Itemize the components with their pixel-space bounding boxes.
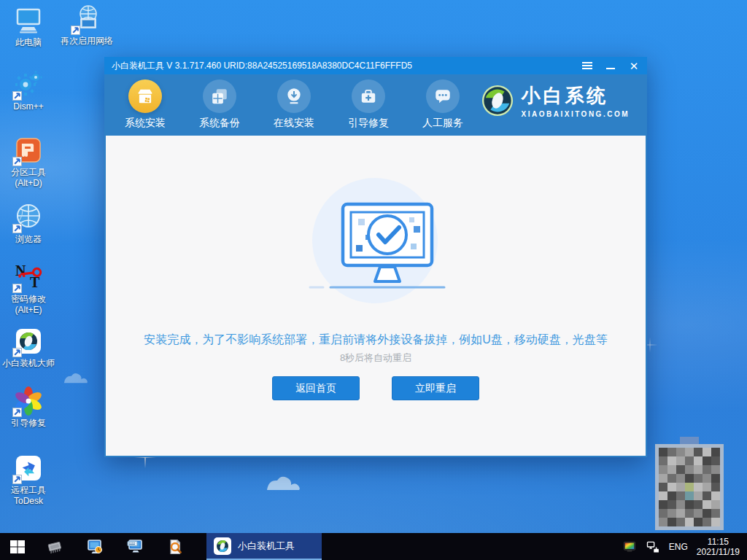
display-color-icon[interactable] (622, 540, 637, 554)
taskbar-active-app[interactable]: 小白装机工具 (206, 533, 322, 560)
toolbox-icon (352, 79, 385, 113)
window-content: 安装完成，为了不影响系统部署，重启前请将外接设备拔掉，例如U盘，移动硬盘，光盘等… (106, 136, 646, 456)
menu-icon[interactable] (581, 60, 593, 71)
this-pc-icon (14, 6, 43, 35)
start-icon (9, 538, 26, 556)
minimize-icon[interactable] (605, 60, 616, 71)
nav-item-label: 系统备份 (199, 117, 240, 130)
download-icon (277, 79, 311, 113)
restart-countdown: 8秒后将自动重启 (106, 351, 646, 365)
desktop-icon-label: 分区工具 (3, 167, 54, 178)
window-title: 小白装机工具 V 3.1.717.460 URID:88A24525169518… (112, 60, 412, 72)
desktop-icon-label: 再次启用网络 (58, 36, 115, 47)
start-button[interactable] (0, 533, 34, 560)
xiaobai-logo-icon (214, 537, 231, 555)
blurred-qr-code (655, 437, 724, 530)
desktop: 此电脑 再次启用网络 (0, 0, 747, 560)
small-cloud (261, 472, 308, 493)
desktop-icon-label: 引导修复 (3, 418, 54, 429)
partition-tool-icon (14, 136, 43, 165)
desktop-icon-todesk[interactable]: 远程工具 ToDesk (3, 454, 54, 507)
desktop-icon-dism[interactable]: Dism++ (3, 70, 54, 112)
nav-item-label: 系统安装 (125, 117, 166, 130)
nav-item-support[interactable]: 人工服务 (406, 79, 479, 130)
desktop-icon-partition-tool[interactable]: 分区工具 (Alt+D) (3, 136, 54, 189)
brand: 小白系统 XIAOBAIXITONG.COM (481, 83, 630, 118)
nav-item-system-backup[interactable]: 系统备份 (183, 79, 256, 130)
language-indicator[interactable]: ENG (669, 542, 688, 552)
app-window: 小白装机工具 V 3.1.717.460 URID:88A24525169518… (104, 57, 647, 457)
clock-time: 11:15 (697, 537, 740, 547)
keyboard-monitor-icon (126, 538, 144, 556)
taskbar-item-search-tool[interactable] (155, 533, 195, 560)
desktop-icon-label2: ToDesk (3, 496, 54, 507)
taskbar-item-system-clock-tool[interactable] (74, 533, 115, 560)
nt-key-icon: N T (14, 262, 43, 292)
brand-name: 小白系统 (522, 83, 630, 109)
nav-item-label: 引导修复 (348, 117, 389, 130)
desktop-icon-boot-repair[interactable]: 引导修复 (3, 386, 54, 429)
window-titlebar[interactable]: 小白装机工具 V 3.1.717.460 URID:88A24525169518… (104, 57, 647, 74)
desktop-icon-this-pc[interactable]: 此电脑 (3, 6, 54, 48)
taskbar-app-label: 小白装机工具 (238, 540, 295, 553)
clock[interactable]: 11:15 2021/11/19 (697, 537, 740, 557)
nav-item-system-install[interactable]: 系统安装 (109, 79, 182, 130)
desktop-icon-label: 密码修改 (3, 294, 54, 305)
system-tray: ENG 11:15 2021/11/19 (622, 533, 747, 560)
install-box-icon (128, 79, 162, 113)
backup-windows-icon (203, 79, 236, 113)
desktop-icon-label: 小白装机大师 (0, 358, 57, 369)
shortcut-arrow-icon (12, 284, 22, 293)
desktop-icon-label: 浏览器 (3, 234, 54, 245)
nav-item-label: 在线安装 (274, 117, 314, 130)
nav-item-online-install[interactable]: 在线安装 (258, 79, 330, 130)
desktop-icon-label: 远程工具 (3, 485, 54, 496)
desktop-icon-xiaobai-master[interactable]: 小白装机大师 (0, 327, 57, 369)
shortcut-arrow-icon (12, 475, 22, 484)
nav-band: 系统安装 系统备份 在线安装 引导修复 (104, 74, 647, 136)
shortcut-arrow-icon (12, 91, 22, 101)
restart-now-button[interactable]: 立即重启 (392, 376, 479, 400)
taskbar-item-osk[interactable] (115, 533, 155, 560)
system-clock-icon (86, 538, 104, 556)
search-doc-icon (166, 538, 184, 556)
pinwheel-icon (14, 386, 43, 416)
completion-message: 安装完成，为了不影响系统部署，重启前请将外接设备拔掉，例如U盘，移动硬盘，光盘等 (106, 332, 646, 348)
shortcut-arrow-icon (71, 26, 80, 35)
xiaobai-logo-icon (14, 327, 43, 356)
xiaobai-logo-icon (481, 84, 514, 117)
chat-dots-icon (426, 79, 460, 113)
desktop-icon-label2: (Alt+E) (3, 305, 54, 316)
gears-icon (14, 70, 43, 99)
todesk-icon (14, 454, 43, 483)
network-icon[interactable] (646, 540, 660, 554)
nav-item-label: 人工服务 (422, 117, 463, 130)
shortcut-arrow-icon (12, 224, 22, 233)
desktop-icon-password-reset[interactable]: N T 密码修改 (Alt+E) (3, 262, 54, 316)
back-home-button[interactable]: 返回首页 (272, 376, 360, 400)
desktop-icon-label2: (Alt+D) (3, 178, 54, 189)
desktop-icon-enable-network[interactable]: 再次启用网络 (58, 4, 115, 47)
monitor-check-icon (303, 178, 449, 303)
success-illustration (303, 178, 449, 303)
desktop-icon-label: Dism++ (3, 101, 54, 112)
nav-item-boot-repair[interactable]: 引导修复 (332, 79, 405, 130)
close-icon[interactable]: ✕ (628, 60, 640, 71)
brand-domain: XIAOBAIXITONG.COM (522, 110, 630, 118)
enable-network-icon (72, 4, 101, 34)
taskbar: 小白装机工具 ENG 11:15 2021/11/19 (0, 533, 747, 560)
desktop-icon-label: 此电脑 (3, 37, 54, 48)
globe-icon (14, 203, 43, 232)
shortcut-arrow-icon (12, 348, 22, 357)
taskbar-item-cpu-tool[interactable] (34, 533, 74, 560)
shortcut-arrow-icon (12, 408, 22, 417)
desktop-icon-browser[interactable]: 浏览器 (3, 203, 54, 245)
chip-icon (46, 538, 63, 556)
clock-date: 2021/11/19 (697, 547, 740, 557)
small-cloud (60, 370, 93, 385)
shortcut-arrow-icon (12, 157, 22, 166)
